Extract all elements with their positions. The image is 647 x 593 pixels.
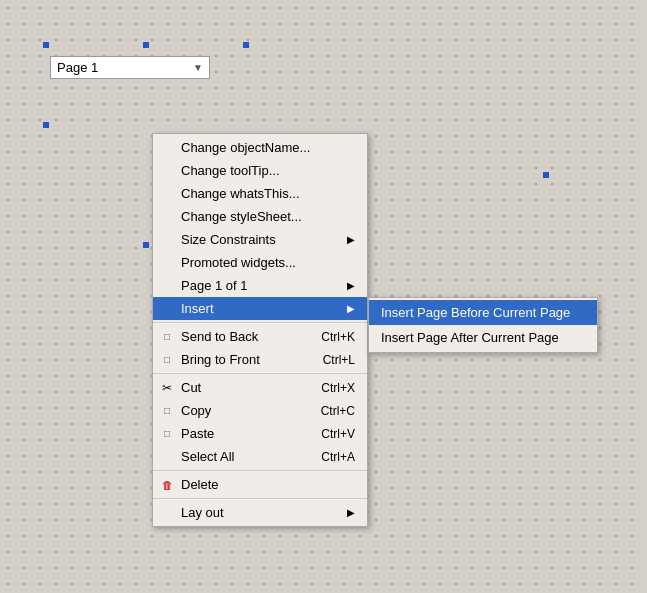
- shortcut-copy: Ctrl+C: [321, 404, 355, 418]
- menu-item-change-tooltip[interactable]: Change toolTip...: [153, 159, 367, 182]
- page-selector: Page 1 ▼: [50, 56, 210, 79]
- shortcut-bring-to-front: Ctrl+L: [323, 353, 355, 367]
- shortcut-paste: Ctrl+V: [321, 427, 355, 441]
- menu-label-bring-to-front: Bring to Front: [181, 352, 260, 367]
- separator-3: [153, 470, 367, 471]
- menu-item-size-constraints[interactable]: Size Constraints ▶: [153, 228, 367, 251]
- handle-top-left: [43, 42, 49, 48]
- menu-item-insert[interactable]: Insert ▶ Insert Page Before Current Page…: [153, 297, 367, 320]
- context-menu: Change objectName... Change toolTip... C…: [152, 133, 368, 527]
- menu-label-copy: Copy: [181, 403, 211, 418]
- menu-label-delete: Delete: [181, 477, 219, 492]
- menu-item-delete[interactable]: 🗑 Delete: [153, 473, 367, 496]
- submenu-item-insert-after[interactable]: Insert Page After Current Page: [369, 325, 597, 350]
- menu-item-cut[interactable]: ✂ Cut Ctrl+X: [153, 376, 367, 399]
- menu-label-send-to-back: Send to Back: [181, 329, 258, 344]
- send-to-back-icon: □: [159, 329, 175, 345]
- menu-label-cut: Cut: [181, 380, 201, 395]
- submenu-item-insert-before[interactable]: Insert Page Before Current Page: [369, 300, 597, 325]
- submenu-label-insert-after: Insert Page After Current Page: [381, 330, 559, 345]
- menu-item-page-1-of-1[interactable]: Page 1 of 1 ▶: [153, 274, 367, 297]
- submenu-arrow-page-icon: ▶: [347, 280, 355, 291]
- menu-label-select-all: Select All: [181, 449, 234, 464]
- handle-top-right: [243, 42, 249, 48]
- submenu-arrow-icon: ▶: [347, 234, 355, 245]
- delete-icon: 🗑: [159, 477, 175, 493]
- menu-item-bring-to-front[interactable]: □ Bring to Front Ctrl+L: [153, 348, 367, 371]
- cut-icon: ✂: [159, 380, 175, 396]
- menu-label-promoted-widgets: Promoted widgets...: [181, 255, 296, 270]
- menu-item-send-to-back[interactable]: □ Send to Back Ctrl+K: [153, 325, 367, 348]
- menu-label-paste: Paste: [181, 426, 214, 441]
- page-dropdown-label: Page 1: [57, 60, 98, 75]
- menu-item-change-stylesheet[interactable]: Change styleSheet...: [153, 205, 367, 228]
- shortcut-send-to-back: Ctrl+K: [321, 330, 355, 344]
- bring-to-front-icon: □: [159, 352, 175, 368]
- menu-label-change-object-name: Change objectName...: [181, 140, 310, 155]
- insert-submenu: Insert Page Before Current Page Insert P…: [368, 297, 598, 353]
- menu-label-change-whatsthis: Change whatsThis...: [181, 186, 300, 201]
- menu-label-change-stylesheet: Change styleSheet...: [181, 209, 302, 224]
- menu-item-copy[interactable]: □ Copy Ctrl+C: [153, 399, 367, 422]
- menu-label-lay-out: Lay out: [181, 505, 224, 520]
- submenu-label-insert-before: Insert Page Before Current Page: [381, 305, 570, 320]
- separator-4: [153, 498, 367, 499]
- menu-label-size-constraints: Size Constraints: [181, 232, 276, 247]
- handle-right-mid: [543, 172, 549, 178]
- dropdown-arrow-icon: ▼: [193, 62, 203, 73]
- submenu-arrow-insert-icon: ▶: [347, 303, 355, 314]
- menu-item-lay-out[interactable]: Lay out ▶: [153, 501, 367, 524]
- submenu-arrow-layout-icon: ▶: [347, 507, 355, 518]
- menu-item-select-all[interactable]: Select All Ctrl+A: [153, 445, 367, 468]
- menu-label-insert: Insert: [181, 301, 214, 316]
- menu-item-paste[interactable]: □ Paste Ctrl+V: [153, 422, 367, 445]
- copy-icon: □: [159, 403, 175, 419]
- shortcut-cut: Ctrl+X: [321, 381, 355, 395]
- menu-label-page-1-of-1: Page 1 of 1: [181, 278, 248, 293]
- page-dropdown[interactable]: Page 1 ▼: [50, 56, 210, 79]
- menu-item-change-object-name[interactable]: Change objectName...: [153, 136, 367, 159]
- menu-item-promoted-widgets[interactable]: Promoted widgets...: [153, 251, 367, 274]
- handle-left-mid: [43, 122, 49, 128]
- separator-1: [153, 322, 367, 323]
- separator-2: [153, 373, 367, 374]
- menu-label-change-tooltip: Change toolTip...: [181, 163, 280, 178]
- handle-top-center: [143, 42, 149, 48]
- menu-item-change-whatsthis[interactable]: Change whatsThis...: [153, 182, 367, 205]
- handle-bottom-center: [143, 242, 149, 248]
- shortcut-select-all: Ctrl+A: [321, 450, 355, 464]
- paste-icon: □: [159, 426, 175, 442]
